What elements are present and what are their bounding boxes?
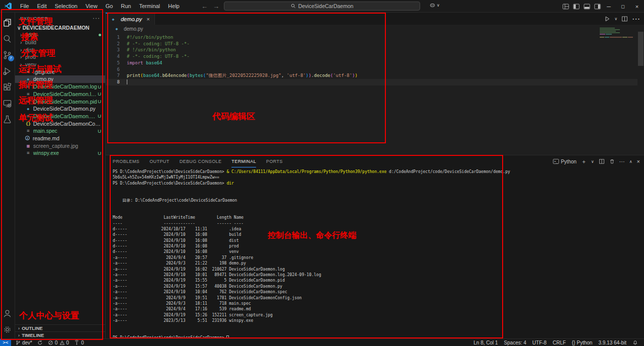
file-tree: ›.idea›build›dist›prod›venv ◆.gitignore … xyxy=(15,31,105,324)
file-item-demo.py[interactable]: ◆demo.py xyxy=(15,75,105,83)
warning-icon xyxy=(59,340,65,345)
terminal-output[interactable]: PS D:\CodeAndProject\code\DeviceSideCarD… xyxy=(106,167,644,338)
panel-tab-ports[interactable]: PORTS xyxy=(266,155,283,167)
panel-tab-debug-console[interactable]: DEBUG CONSOLE xyxy=(180,155,222,167)
split-terminal-icon[interactable] xyxy=(599,158,605,164)
file-item-build[interactable]: ›build xyxy=(15,39,105,46)
forward-icon[interactable]: → xyxy=(213,3,219,10)
close-panel-icon[interactable]: × xyxy=(637,158,640,164)
indentation[interactable]: Spaces: 4 xyxy=(502,339,528,346)
file-item-DeviceSideCarDaemon.pid[interactable]: ≡DeviceSideCarDaemon.pidU xyxy=(15,98,105,105)
timeline-section[interactable]: › TIMELINE xyxy=(15,331,105,338)
menu-terminal[interactable]: Terminal xyxy=(135,0,165,13)
file-item-DeviceSideCarDaemon.py[interactable]: ◆DeviceSideCarDaemon.py xyxy=(15,105,105,113)
panel-tab-output[interactable]: OUTPUT xyxy=(149,155,169,167)
terminal-name: Python xyxy=(561,159,577,164)
panel-tab-terminal[interactable]: TERMINAL xyxy=(231,155,256,167)
activity-explorer[interactable] xyxy=(0,15,15,31)
back-icon[interactable]: ← xyxy=(201,3,208,10)
toggle-sidebar-icon[interactable] xyxy=(572,0,581,13)
menu-file[interactable]: File xyxy=(16,0,33,13)
restore-button[interactable]: ◻ xyxy=(616,0,630,13)
menu-selection[interactable]: Selection xyxy=(51,0,82,13)
file-item-winspy.exe[interactable]: ≡winspy.exeU xyxy=(15,149,105,157)
code-editor[interactable]: 12345678 #!/usr/bin/python# -*- coding: … xyxy=(106,33,644,155)
terminal-dropdown-icon[interactable]: ∨ xyxy=(591,159,594,164)
more-actions-icon[interactable]: ⋯ xyxy=(632,14,640,24)
maximize-panel-icon[interactable]: ∧ xyxy=(629,159,632,164)
editor-scrollbar[interactable] xyxy=(637,25,644,155)
activity-remote-explorer[interactable] xyxy=(0,95,15,111)
activity-testing[interactable] xyxy=(0,111,15,127)
close-button[interactable]: × xyxy=(630,0,644,13)
explorer-more-icon[interactable]: ··· xyxy=(93,15,100,22)
project-name: DEVICESIDECARDAEMON xyxy=(23,25,90,31)
panel-more-icon[interactable]: ⋯ xyxy=(619,158,625,165)
problems-item[interactable]: 0 0 xyxy=(45,339,71,346)
explorer-title: EXPLORER xyxy=(20,16,48,21)
new-terminal-icon[interactable]: ＋ xyxy=(581,158,587,165)
activity-source-control[interactable]: 7 xyxy=(0,47,15,63)
close-tab-icon[interactable]: × xyxy=(146,16,149,22)
project-root[interactable]: ∨ DEVICESIDECARDAEMON xyxy=(15,24,105,31)
search-value: DeviceSideCarDaemon xyxy=(298,3,354,9)
sync-changes[interactable] xyxy=(35,339,45,346)
split-editor-icon[interactable] xyxy=(621,16,628,22)
eol-sequence[interactable]: CRLF xyxy=(550,339,568,346)
run-button[interactable] xyxy=(604,16,610,22)
menu-edit[interactable]: Edit xyxy=(33,0,51,13)
menu-run[interactable]: Run xyxy=(117,0,135,13)
panel-tab-problems[interactable]: PROBLEMS xyxy=(113,155,139,167)
notifications[interactable] xyxy=(630,339,640,346)
outline-section[interactable]: › OUTLINE xyxy=(15,324,105,331)
python-version[interactable]: 3.9.13 64-bit xyxy=(596,339,628,346)
extensions-icon xyxy=(3,82,12,92)
line-numbers: 12345678 xyxy=(106,34,127,155)
git-status-badge: U xyxy=(98,150,101,156)
json-icon: {} xyxy=(25,121,31,126)
ports-item[interactable]: 0 xyxy=(71,339,87,346)
menu-help[interactable]: Help xyxy=(164,0,184,13)
settings-button[interactable] xyxy=(0,321,15,337)
minimap[interactable] xyxy=(600,28,636,38)
kill-terminal-icon[interactable] xyxy=(609,158,615,164)
file-item-screen_capture.jpg[interactable]: ▦screen_capture.jpg xyxy=(15,142,105,149)
encoding[interactable]: UTF-8 xyxy=(530,339,548,346)
language-mode[interactable]: {} Python xyxy=(570,339,595,346)
git-branch-item[interactable]: dev* xyxy=(13,339,35,346)
file-item-DeviceSideCarDaemon.spec[interactable]: ≡DeviceSideCarDaemon.specU xyxy=(15,113,105,120)
menu-view[interactable]: View xyxy=(82,0,102,13)
file-item-DeviceSideCarDaemonConfig.json[interactable]: {}DeviceSideCarDaemonConfig.json xyxy=(15,120,105,127)
tab-bar: ◆ demo.py × ∨ ⋯ xyxy=(106,13,644,25)
account-button[interactable] xyxy=(0,305,15,321)
toggle-secondary-sidebar-icon[interactable] xyxy=(593,0,602,13)
menu-go[interactable]: Go xyxy=(102,0,117,13)
outline-label: OUTLINE xyxy=(22,325,43,331)
file-item-main.spec[interactable]: ≡main.specU xyxy=(15,127,105,135)
terminal-instance[interactable]: >_ Python xyxy=(553,159,577,164)
activity-search[interactable] xyxy=(0,31,15,47)
customize-layout-icon[interactable] xyxy=(561,0,570,13)
git-status-badge: U xyxy=(98,128,101,134)
command-center-search[interactable]: DeviceSideCarDaemon xyxy=(224,2,420,11)
minimize-button[interactable]: ─ xyxy=(602,0,616,13)
activity-run-debug[interactable] xyxy=(0,63,15,79)
file-item-.gitignore[interactable]: ◆.gitignore xyxy=(15,68,105,75)
activity-extensions[interactable] xyxy=(0,79,15,95)
remote-indicator[interactable]: >< xyxy=(0,339,11,346)
run-dropdown-icon[interactable]: ∨ xyxy=(614,17,617,21)
file-item-dist[interactable]: ›dist xyxy=(15,46,105,53)
file-item-DeviceSideCarDaemon.log[interactable]: ≡DeviceSideCarDaemon.logU xyxy=(15,83,105,91)
file-item-prod[interactable]: ›prod xyxy=(15,53,105,61)
copilot-icon xyxy=(429,2,436,9)
file-item-.idea[interactable]: ›.idea xyxy=(15,31,105,39)
file-item-readme.md[interactable]: ireadme.md xyxy=(15,135,105,142)
copilot-menu[interactable]: ∨ xyxy=(429,2,440,9)
file-item-venv[interactable]: ›venv xyxy=(15,61,105,68)
file-item-DeviceSideCarDaemon.log.2024-...[interactable]: ≡DeviceSideCarDaemon.log.2024-...U xyxy=(15,91,105,98)
breadcrumb[interactable]: ◆ demo.py xyxy=(106,25,644,33)
toggle-panel-icon[interactable] xyxy=(583,0,591,13)
tab-demo-py[interactable]: ◆ demo.py × xyxy=(106,13,155,25)
cursor-position[interactable]: Ln 8, Col 1 xyxy=(471,339,500,346)
lines-icon: ≡ xyxy=(25,114,31,119)
